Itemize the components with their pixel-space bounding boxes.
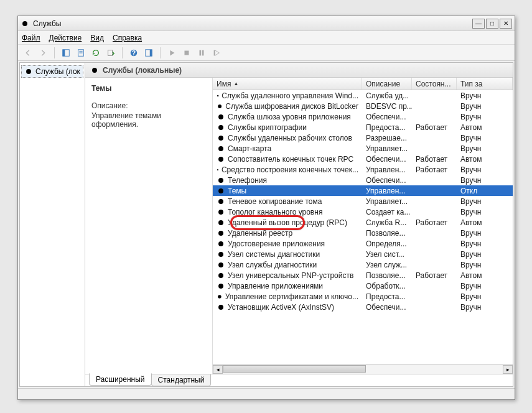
start-service-button[interactable] bbox=[166, 47, 178, 59]
service-startup-type: Вручн bbox=[457, 165, 513, 174]
gear-icon bbox=[217, 165, 219, 174]
service-row[interactable]: Узел службы диагностикиУзел служ...Вручн bbox=[213, 259, 513, 270]
list-body[interactable]: Служба удаленного управления Wind...Служ… bbox=[213, 90, 513, 364]
service-name: Узел универсальных PNP-устройств bbox=[228, 271, 353, 280]
service-row[interactable]: Средство построения конечных точек...Упр… bbox=[213, 164, 513, 175]
action-pane-button[interactable] bbox=[142, 47, 155, 59]
service-state: Работает bbox=[412, 271, 457, 280]
menu-help[interactable]: Справка bbox=[113, 34, 142, 42]
gear-icon bbox=[217, 282, 225, 290]
service-row[interactable]: ТемыУправлен...Откл bbox=[213, 185, 513, 196]
service-row[interactable]: Удаленный реестрПозволяе...Вручн bbox=[213, 228, 513, 238]
gear-icon bbox=[217, 303, 225, 312]
service-startup-type: Автом bbox=[457, 218, 513, 227]
tree-root-services[interactable]: Службы (лок bbox=[21, 65, 83, 78]
refresh-button[interactable] bbox=[90, 47, 102, 59]
gear-icon bbox=[217, 102, 223, 111]
column-name[interactable]: Имя▲ bbox=[213, 78, 362, 90]
menu-view[interactable]: Вид bbox=[90, 34, 104, 42]
scroll-left-button[interactable]: ◂ bbox=[213, 365, 223, 374]
gear-icon bbox=[217, 208, 225, 216]
service-row[interactable]: Удаленный вызов процедур (RPC)Служба R..… bbox=[213, 217, 513, 228]
horizontal-scrollbar[interactable]: ◂ ▸ bbox=[213, 364, 513, 374]
service-row[interactable]: Тополог канального уровняСоздает ка...Вр… bbox=[213, 206, 513, 217]
service-name: Установщик ActiveX (AxInstSV) bbox=[228, 303, 334, 312]
list-header: Имя▲ Описание Состоян... Тип за bbox=[213, 78, 513, 90]
service-row[interactable]: Узел системы диагностикиУзел сист...Вруч… bbox=[213, 249, 513, 259]
service-description: Предоста... bbox=[362, 292, 412, 301]
menu-action[interactable]: Действие bbox=[49, 34, 82, 42]
scroll-track[interactable] bbox=[223, 365, 503, 374]
service-description: Обеспечи... bbox=[362, 303, 412, 312]
gear-icon bbox=[217, 218, 225, 227]
service-row[interactable]: ТелефонияОбеспечи...Вручн bbox=[213, 175, 513, 185]
scroll-thumb[interactable] bbox=[223, 365, 366, 373]
properties-button[interactable] bbox=[75, 47, 87, 59]
tab-standard[interactable]: Стандартный bbox=[151, 374, 212, 386]
column-description[interactable]: Описание bbox=[362, 78, 412, 90]
minimize-button[interactable]: — bbox=[472, 19, 485, 29]
menubar: Файл Действие Вид Справка bbox=[18, 31, 515, 45]
scroll-right-button[interactable]: ▸ bbox=[503, 365, 513, 374]
service-row[interactable]: Установщик ActiveX (AxInstSV)Обеспечи...… bbox=[213, 302, 513, 312]
service-startup-type: Вручн bbox=[457, 208, 513, 216]
gear-icon bbox=[217, 113, 225, 121]
pane-header-label: Службы (локальные) bbox=[103, 66, 182, 75]
stop-service-button[interactable] bbox=[180, 47, 193, 59]
close-button[interactable]: ✕ bbox=[500, 19, 512, 29]
svg-rect-12 bbox=[200, 50, 202, 55]
forward-button[interactable] bbox=[37, 47, 49, 59]
service-name: Служба шифрования дисков BitLocker bbox=[225, 102, 358, 111]
back-button[interactable] bbox=[22, 47, 34, 59]
service-startup-type: Откл bbox=[457, 187, 513, 195]
service-name: Служба шлюза уровня приложения bbox=[228, 113, 351, 121]
gear-icon bbox=[217, 123, 225, 132]
service-row[interactable]: Служба удаленного управления Wind...Служ… bbox=[213, 90, 513, 101]
titlebar[interactable]: Службы — □ ✕ bbox=[18, 16, 515, 31]
service-row[interactable]: Управление приложениямиОбработк...Вручн bbox=[213, 281, 513, 291]
svg-rect-14 bbox=[214, 50, 215, 55]
right-pane: Службы (локальные) Темы Описание: Управл… bbox=[85, 63, 513, 386]
service-name: Удаленный реестр bbox=[228, 229, 292, 238]
description-text: Управление темами оформления. bbox=[91, 111, 206, 129]
service-row[interactable]: Смарт-картаУправляет...Вручн bbox=[213, 143, 513, 154]
service-name: Узел системы диагностики bbox=[228, 250, 320, 259]
service-row[interactable]: Службы криптографииПредоста...РаботаетАв… bbox=[213, 122, 513, 132]
service-row[interactable]: Управление сертификатами и ключо...Предо… bbox=[213, 291, 513, 302]
service-row[interactable]: Узел универсальных PNP-устройствПозволяе… bbox=[213, 270, 513, 281]
svg-rect-13 bbox=[202, 50, 204, 55]
service-name: Теневое копирование тома bbox=[228, 197, 322, 206]
pause-service-button[interactable] bbox=[195, 47, 208, 59]
service-description: Предоста... bbox=[362, 123, 412, 132]
column-startup-type[interactable]: Тип за bbox=[457, 78, 513, 90]
export-button[interactable] bbox=[105, 47, 117, 59]
service-state: Работает bbox=[412, 165, 457, 174]
gear-icon bbox=[217, 261, 225, 269]
gear-icon bbox=[217, 134, 225, 142]
service-description: Обеспечи... bbox=[362, 155, 412, 164]
tree-pane[interactable]: Службы (лок bbox=[20, 63, 85, 386]
service-name: Службы удаленных рабочих столов bbox=[228, 134, 352, 142]
service-state: Работает bbox=[412, 123, 457, 132]
service-startup-type: Вручн bbox=[457, 176, 513, 185]
service-row[interactable]: Служба шифрования дисков BitLockerBDESVC… bbox=[213, 101, 513, 111]
maximize-button[interactable]: □ bbox=[486, 19, 498, 29]
service-row[interactable]: Теневое копирование томаУправляет...Вруч… bbox=[213, 196, 513, 206]
service-row[interactable]: Сопоставитель конечных точек RPCОбеспечи… bbox=[213, 154, 513, 164]
service-description: Узел сист... bbox=[362, 250, 412, 259]
service-startup-type: Вручн bbox=[457, 197, 513, 206]
menu-file[interactable]: Файл bbox=[22, 34, 40, 42]
restart-service-button[interactable] bbox=[210, 47, 223, 59]
tab-extended[interactable]: Расширенный bbox=[89, 373, 152, 386]
service-row[interactable]: Службы удаленных рабочих столовРазрешае.… bbox=[213, 132, 513, 143]
help-button[interactable]: ? bbox=[128, 47, 140, 59]
column-state[interactable]: Состоян... bbox=[412, 78, 457, 90]
gear-icon bbox=[217, 250, 225, 259]
service-row[interactable]: Служба шлюза уровня приложенияОбеспечи..… bbox=[213, 111, 513, 122]
service-startup-type: Вручн bbox=[457, 91, 513, 100]
service-description: BDESVC пр... bbox=[362, 102, 412, 111]
service-row[interactable]: Удостоверение приложенияОпределя...Вручн bbox=[213, 238, 513, 249]
service-startup-type: Вручн bbox=[457, 113, 513, 121]
show-hide-tree-button[interactable] bbox=[60, 47, 72, 59]
svg-rect-6 bbox=[108, 50, 113, 55]
